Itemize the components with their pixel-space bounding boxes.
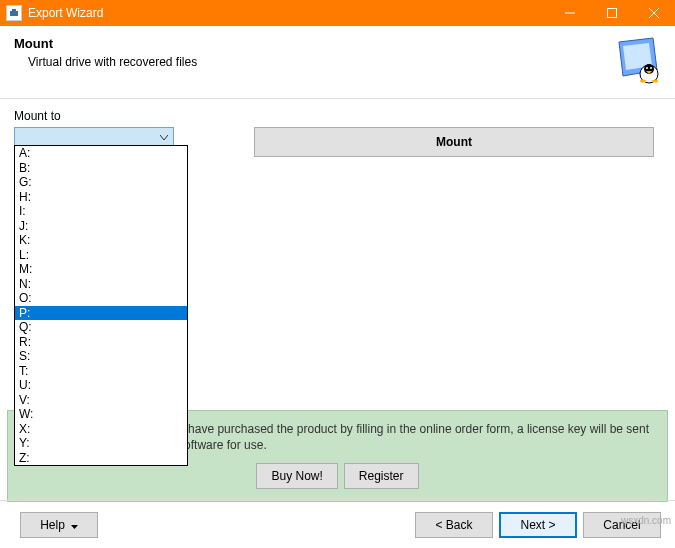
content-area: Mount to Mount A:B:G:H:I:J:K:L:M:N:O:P:Q…	[0, 99, 675, 419]
drive-option[interactable]: X:	[15, 422, 187, 437]
drive-option[interactable]: G:	[15, 175, 187, 190]
help-button[interactable]: Help	[20, 512, 98, 538]
buy-now-button[interactable]: Buy Now!	[256, 463, 337, 489]
svg-point-11	[650, 67, 652, 69]
drive-option[interactable]: P:	[15, 306, 187, 321]
back-button[interactable]: < Back	[415, 512, 493, 538]
svg-point-10	[646, 67, 648, 69]
help-button-label: Help	[40, 518, 65, 532]
page-title: Mount	[14, 36, 605, 51]
svg-marker-15	[71, 525, 78, 529]
drive-option[interactable]: H:	[15, 190, 187, 205]
drive-option[interactable]: W:	[15, 407, 187, 422]
drive-option[interactable]: L:	[15, 248, 187, 263]
drive-option[interactable]: K:	[15, 233, 187, 248]
drive-option[interactable]: A:	[15, 146, 187, 161]
drive-option[interactable]: B:	[15, 161, 187, 176]
page-subtitle: Virtual drive with recovered files	[14, 55, 605, 69]
drive-option[interactable]: S:	[15, 349, 187, 364]
drive-option[interactable]: O:	[15, 291, 187, 306]
caret-down-icon	[71, 518, 78, 532]
mount-button[interactable]: Mount	[254, 127, 654, 157]
drive-option[interactable]: R:	[15, 335, 187, 350]
titlebar: Export Wizard	[0, 0, 675, 26]
penguin-icon	[613, 36, 661, 84]
svg-point-13	[640, 80, 646, 83]
svg-rect-3	[608, 9, 617, 18]
window-title: Export Wizard	[28, 6, 549, 20]
drive-option[interactable]: N:	[15, 277, 187, 292]
svg-rect-1	[12, 9, 16, 12]
drive-option[interactable]: V:	[15, 393, 187, 408]
drive-option[interactable]: J:	[15, 219, 187, 234]
app-icon	[6, 5, 22, 21]
drive-option[interactable]: M:	[15, 262, 187, 277]
maximize-button[interactable]	[591, 0, 633, 26]
register-button[interactable]: Register	[344, 463, 419, 489]
close-button[interactable]	[633, 0, 675, 26]
drive-option[interactable]: I:	[15, 204, 187, 219]
drive-letter-dropdown[interactable]: A:B:G:H:I:J:K:L:M:N:O:P:Q:R:S:T:U:V:W:X:…	[14, 145, 188, 466]
wizard-footer: Help < Back Next > Cancel	[0, 500, 675, 548]
watermark: wsxdn.com	[621, 515, 671, 526]
wizard-header: Mount Virtual drive with recovered files	[0, 26, 675, 99]
minimize-button[interactable]	[549, 0, 591, 26]
svg-point-14	[652, 80, 658, 83]
mount-to-label: Mount to	[14, 109, 661, 123]
drive-option[interactable]: T:	[15, 364, 187, 379]
drive-option[interactable]: Q:	[15, 320, 187, 335]
next-button[interactable]: Next >	[499, 512, 577, 538]
drive-option[interactable]: Y:	[15, 436, 187, 451]
drive-option[interactable]: U:	[15, 378, 187, 393]
drive-option[interactable]: Z:	[15, 451, 187, 466]
